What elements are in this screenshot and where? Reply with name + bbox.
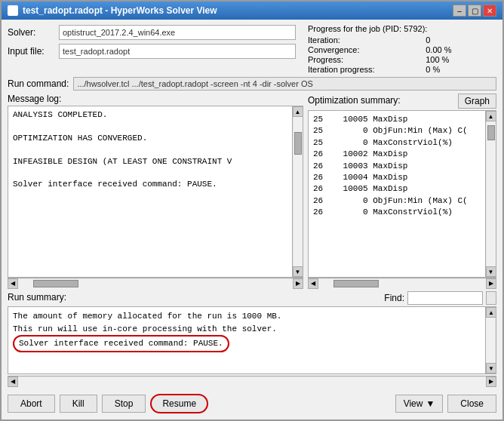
run-summary-label: Run summary: bbox=[8, 292, 66, 303]
find-label: Find: bbox=[384, 293, 404, 303]
input-file-form-row: Input file: bbox=[8, 43, 296, 60]
opt-scroll-down-btn[interactable]: ▼ bbox=[486, 266, 496, 277]
solver-left: Solver: Input file: bbox=[8, 24, 296, 74]
convergence-value: 0.00 % bbox=[426, 45, 496, 54]
title-bar: test_radopt.radopt - HyperWorks Solver V… bbox=[2, 2, 502, 20]
opt-line-9: 26 0 MaxConstrViol(%) bbox=[313, 207, 481, 218]
stop-button[interactable]: Stop bbox=[102, 395, 146, 413]
close-window-button[interactable]: ✕ bbox=[483, 5, 496, 17]
button-row: Abort Kill Stop Resume View ▼ Close bbox=[8, 389, 496, 415]
summary-hscroll-left-btn[interactable]: ◀ bbox=[8, 376, 18, 387]
app-icon bbox=[8, 5, 18, 16]
view-label: View bbox=[404, 398, 423, 409]
summary-scroll-down-btn[interactable]: ▼ bbox=[486, 363, 496, 373]
window-title: test_radopt.radopt - HyperWorks Solver V… bbox=[23, 5, 217, 16]
solver-input[interactable] bbox=[59, 25, 296, 40]
summary-line-2: This run will use in-core processing wit… bbox=[13, 323, 481, 336]
message-log-content: ANALYSIS COMPLETED. OPTIMIZATION HAS CON… bbox=[8, 106, 303, 278]
scroll-up-btn[interactable]: ▲ bbox=[293, 106, 303, 117]
content-area: Solver: Input file: Progress for the job… bbox=[2, 20, 502, 419]
run-command-row: Run command: .../hwsolver.tcl .../test_r… bbox=[8, 77, 496, 91]
progress-value: 100 % bbox=[426, 55, 496, 64]
solver-form-row: Solver: bbox=[8, 24, 296, 41]
optimization-panel: Optimization summary: Graph 25 10005 Max… bbox=[308, 94, 496, 288]
optimization-hscrollbar: ◀ ▶ bbox=[308, 278, 496, 288]
input-file-label: Input file: bbox=[8, 46, 53, 57]
run-summary-header: Run summary: Find: bbox=[8, 291, 496, 305]
run-summary-section: Run summary: Find: The amount of memory … bbox=[8, 291, 496, 386]
log-line-1: ANALYSIS COMPLETED. bbox=[13, 109, 287, 121]
hscroll-right-btn[interactable]: ▶ bbox=[293, 278, 303, 289]
pause-command-highlight: Solver interface received command: PAUSE… bbox=[13, 335, 229, 352]
hscroll-left-btn[interactable]: ◀ bbox=[8, 278, 18, 289]
iter-progress-label: Iteration progress: bbox=[308, 65, 419, 74]
maximize-button[interactable]: ▢ bbox=[468, 5, 481, 17]
title-bar-left: test_radopt.radopt - HyperWorks Solver V… bbox=[8, 5, 217, 16]
iteration-value: 0 bbox=[426, 35, 496, 45]
kill-button[interactable]: Kill bbox=[60, 395, 97, 413]
message-log-text: ANALYSIS COMPLETED. OPTIMIZATION HAS CON… bbox=[8, 106, 292, 277]
opt-line-5: 26 10003 MaxDisp bbox=[313, 161, 481, 172]
iteration-label: Iteration: bbox=[308, 35, 419, 45]
run-command-value: .../hwsolver.tcl .../test_radopt.radopt … bbox=[73, 77, 496, 91]
optimization-text: 25 10005 MaxDisp 25 0 ObjFun:Min (Max) C… bbox=[309, 111, 485, 277]
message-log-panel: Message log: ANALYSIS COMPLETED. OPTIMIZ… bbox=[8, 94, 303, 288]
opt-scroll-track bbox=[487, 121, 496, 266]
progress-title: Progress for the job (PID: 5792): bbox=[308, 24, 496, 33]
opt-line-3: 25 0 MaxConstrViol(%) bbox=[313, 137, 481, 149]
scroll-track bbox=[293, 117, 303, 266]
summary-text: The amount of memory allocated for the r… bbox=[8, 307, 485, 373]
optimization-content: 25 10005 MaxDisp 25 0 ObjFun:Min (Max) C… bbox=[308, 110, 496, 278]
log-line-5: INFEASIBLE DESIGN (AT LEAST ONE CONSTRAI… bbox=[13, 156, 287, 167]
opt-line-1: 25 10005 MaxDisp bbox=[313, 114, 481, 125]
log-line-2 bbox=[13, 121, 287, 132]
progress-panel: Progress for the job (PID: 5792): Iterat… bbox=[308, 24, 496, 74]
find-input[interactable] bbox=[407, 291, 483, 305]
solver-row: Solver: Input file: Progress for the job… bbox=[8, 24, 496, 74]
scroll-down-btn[interactable]: ▼ bbox=[293, 266, 303, 277]
optimization-label: Optimization summary: bbox=[308, 95, 401, 106]
opt-scroll-thumb[interactable] bbox=[487, 125, 495, 140]
opt-hscroll-left-btn[interactable]: ◀ bbox=[308, 278, 318, 289]
summary-scroll-up-btn[interactable]: ▲ bbox=[486, 307, 496, 318]
resume-button[interactable]: Resume bbox=[150, 394, 208, 413]
view-button[interactable]: View ▼ bbox=[395, 395, 444, 413]
panels-row: Message log: ANALYSIS COMPLETED. OPTIMIZ… bbox=[8, 94, 496, 288]
opt-line-4: 26 10002 MaxDisp bbox=[313, 149, 481, 160]
view-chevron-icon: ▼ bbox=[426, 398, 435, 409]
solver-label: Solver: bbox=[8, 27, 53, 38]
opt-line-6: 26 10004 MaxDisp bbox=[313, 172, 481, 183]
log-line-6 bbox=[13, 167, 287, 179]
input-file-input[interactable] bbox=[59, 44, 296, 59]
opt-hscroll-thumb[interactable] bbox=[333, 280, 379, 287]
run-summary-content: The amount of memory allocated for the r… bbox=[8, 306, 496, 374]
summary-hscroll-right-btn[interactable]: ▶ bbox=[486, 376, 496, 387]
close-button[interactable]: Close bbox=[447, 395, 496, 413]
message-log-hscrollbar: ◀ ▶ bbox=[8, 278, 303, 288]
summary-line-3: Solver interface received command: PAUSE… bbox=[13, 335, 481, 352]
opt-hscroll-track bbox=[318, 279, 486, 288]
message-log-scrollbar: ▲ ▼ bbox=[292, 106, 303, 277]
summary-line-1: The amount of memory allocated for the r… bbox=[13, 310, 481, 323]
log-line-4 bbox=[13, 144, 287, 155]
abort-button[interactable]: Abort bbox=[8, 395, 55, 413]
opt-hscroll-right-btn[interactable]: ▶ bbox=[486, 278, 496, 289]
opt-scroll-up-btn[interactable]: ▲ bbox=[486, 111, 496, 121]
hscroll-thumb[interactable] bbox=[33, 280, 78, 287]
summary-hscrollbar: ◀ ▶ bbox=[8, 376, 496, 386]
log-line-3: OPTIMIZATION HAS CONVERGED. bbox=[13, 133, 287, 144]
title-controls: – ▢ ✕ bbox=[453, 5, 496, 17]
scroll-thumb[interactable] bbox=[294, 132, 302, 155]
progress-table: Iteration: 0 Convergence: 0.00 % Progres… bbox=[308, 35, 496, 74]
main-window: test_radopt.radopt - HyperWorks Solver V… bbox=[0, 0, 504, 421]
graph-button[interactable]: Graph bbox=[458, 94, 496, 109]
minimize-button[interactable]: – bbox=[453, 5, 466, 17]
opt-line-8: 26 0 ObjFun:Min (Max) C( bbox=[313, 195, 481, 207]
opt-line-7: 26 10005 MaxDisp bbox=[313, 183, 481, 195]
progress-label: Progress: bbox=[308, 55, 419, 64]
summary-scroll-track bbox=[486, 318, 495, 363]
find-scrollbar bbox=[486, 291, 496, 305]
optimization-scrollbar: ▲ ▼ bbox=[485, 111, 496, 277]
opt-line-2: 25 0 ObjFun:Min (Max) C( bbox=[313, 125, 481, 137]
summary-scrollbar: ▲ ▼ bbox=[485, 307, 496, 373]
